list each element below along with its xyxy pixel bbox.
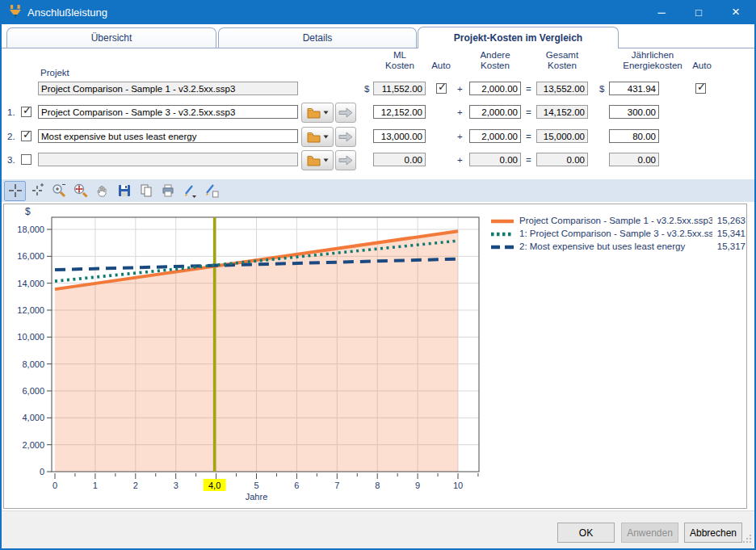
svg-text:2: 2 [133,481,138,490]
edit-annotation-icon[interactable] [200,181,222,201]
series1-label: Project Comparison - Sample 1 - v3.2.5xx… [519,216,712,225]
cancel-button[interactable]: Abbrechen [684,523,742,543]
y-axis-title: $ [25,206,31,217]
header-auto-1: Auto [425,61,457,71]
svg-text:1: 1 [93,481,98,490]
row-number: 2. [7,132,15,141]
right-arrow-icon [338,132,353,142]
copy-icon[interactable] [135,181,157,201]
svg-text:10: 10 [453,481,463,490]
chart-legend: Project Comparison - Sample 1 - v3.2.5xx… [490,214,746,253]
minimize-button[interactable]: ─ [643,0,680,24]
base-auto1-checkbox[interactable] [436,83,447,94]
base-ml-field[interactable]: 11,552.00 [373,82,426,95]
edit-pencil-icon[interactable] [178,181,200,201]
header-andere-kosten: Andere Kosten [467,50,523,71]
footer: OK Anwenden Abbrechen [0,510,756,550]
svg-text:10,000: 10,000 [17,332,44,342]
series2-label: 1: Project Comparison - Sample 3 - v3.2.… [519,229,712,238]
row2-project-field[interactable]: Most expensive but uses least energy [38,129,298,143]
row2-andere-field[interactable]: 2,000.00 [469,129,521,143]
base-gesamt-field[interactable]: 13,552.00 [536,82,588,95]
zoom-in-out-icon[interactable] [48,181,69,201]
row2-energie-field[interactable]: 80.00 [609,129,659,143]
row1-andere-field[interactable]: 2,000.00 [469,105,521,119]
save-icon[interactable] [113,181,135,201]
row3-gesamt-field[interactable]: 0.00 [536,153,588,166]
window-title: Anschlußleistung [27,0,107,24]
base-auto2-checkbox[interactable] [695,83,706,94]
tab-uebersicht[interactable]: Übersicht [6,27,216,48]
header-ml-kosten: ML Kosten [372,50,428,71]
row2-open-folder-button[interactable] [301,127,334,147]
resize-grip[interactable] [743,532,752,547]
row3-go-arrow-button[interactable] [335,150,356,170]
svg-text:0: 0 [40,467,44,477]
svg-text:12,000: 12,000 [17,305,44,315]
row-number: 3. [7,155,15,165]
series3-label: 2: Most expensive but uses least energy [519,241,712,251]
row1-include-checkbox[interactable] [21,107,32,117]
right-arrow-icon [338,107,353,118]
header-gesamt-kosten: Gesamt Kosten [534,50,590,71]
series1-cursor-value: 15,263 [717,216,746,225]
row2-ml-field[interactable]: 13,000.00 [373,129,426,143]
legend-item: 1: Project Comparison - Sample 3 - v3.2.… [490,227,746,240]
svg-text:4,0: 4,0 [208,481,220,490]
svg-text:16,000: 16,000 [17,251,44,261]
close-button[interactable]: × [717,0,754,24]
chart-toolbar [2,179,754,202]
folder-icon [307,132,321,143]
row1-energie-field[interactable]: 300.00 [609,105,659,119]
tab-details[interactable]: Details [218,27,417,48]
series3-cursor-value: 15,317 [717,241,746,251]
tab-projekt-kosten[interactable]: Projekt-Kosten im Vergleich [418,27,619,48]
row2-gesamt-field[interactable]: 15,000.00 [536,129,588,143]
row1-ml-field[interactable]: 12,152.00 [373,105,426,119]
row3-andere-field[interactable]: 0.00 [469,153,521,166]
apply-button[interactable]: Anwenden [621,523,678,543]
row1-gesamt-field[interactable]: 14,152.00 [536,105,588,119]
row2-go-arrow-button[interactable] [335,127,356,147]
svg-text:8,000: 8,000 [22,359,44,369]
chevron-down-icon [323,111,329,115]
header-auto-2: Auto [686,61,718,71]
ok-button[interactable]: OK [557,523,615,543]
svg-text:6,000: 6,000 [22,386,44,396]
equals-sign-2: = [526,132,531,141]
svg-text:5: 5 [254,481,258,490]
row2-include-checkbox[interactable] [21,131,32,141]
base-andere-field[interactable]: 2,000.00 [469,82,521,95]
row1-open-folder-button[interactable] [301,103,334,123]
base-project-field[interactable]: Project Comparison - Sample 1 - v3.2.5xx… [38,82,298,95]
currency-sign-ml: $ [364,84,369,94]
plus-sign-2: + [457,132,463,141]
svg-text:2,000: 2,000 [22,440,44,450]
row3-ml-field[interactable]: 0.00 [373,153,426,166]
row3-project-field[interactable] [38,153,298,166]
zoom-drag-icon[interactable] [69,181,91,201]
svg-text:18,000: 18,000 [17,225,44,234]
right-arrow-icon [338,155,353,166]
legend-item: 2: Most expensive but uses least energy … [490,240,746,253]
maximize-button[interactable]: □ [680,0,717,24]
plus-sign-1: + [457,107,463,117]
svg-text:3: 3 [174,481,178,490]
pan-hand-icon[interactable] [91,181,113,201]
series2-cursor-value: 15,341 [717,229,746,238]
print-icon[interactable] [157,181,178,201]
row3-open-folder-button[interactable] [301,150,334,170]
row3-energie-field[interactable]: 0.00 [609,153,659,166]
base-energie-field[interactable]: 431.94 [609,82,659,95]
zoom-window-icon[interactable] [26,181,48,201]
select-crosshair-icon[interactable] [4,181,26,201]
row1-go-arrow-button[interactable] [335,103,356,123]
chevron-down-icon [323,135,329,139]
row1-project-field[interactable]: Project Comparison - Sample 3 - v3.2.5xx… [38,105,298,119]
svg-text:7: 7 [334,481,339,490]
svg-text:8: 8 [375,481,380,490]
dialog-anschlussleistung: Anschlußleistung ─ □ × Übersicht Details… [0,0,756,550]
folder-icon [307,155,321,166]
svg-text:4,000: 4,000 [22,413,44,422]
row3-include-checkbox[interactable] [21,154,32,165]
